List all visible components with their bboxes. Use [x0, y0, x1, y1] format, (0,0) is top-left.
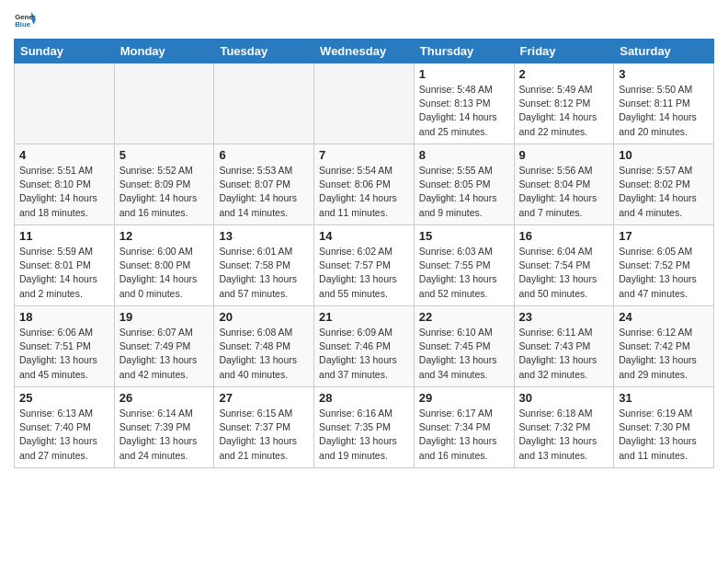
calendar-cell: 28Sunrise: 6:16 AM Sunset: 7:35 PM Dayli… — [314, 387, 415, 468]
day-info: Sunrise: 5:52 AM Sunset: 8:09 PM Dayligh… — [119, 164, 210, 220]
calendar-week-row: 18Sunrise: 6:06 AM Sunset: 7:51 PM Dayli… — [15, 306, 714, 387]
day-info: Sunrise: 6:07 AM Sunset: 7:49 PM Dayligh… — [119, 326, 210, 382]
calendar-cell: 10Sunrise: 5:57 AM Sunset: 8:02 PM Dayli… — [614, 144, 714, 225]
calendar-cell: 14Sunrise: 6:02 AM Sunset: 7:57 PM Dayli… — [314, 225, 415, 306]
day-info: Sunrise: 6:11 AM Sunset: 7:43 PM Dayligh… — [519, 326, 609, 382]
weekday-header-sunday: Sunday — [15, 40, 115, 63]
day-number: 27 — [219, 391, 309, 405]
day-number: 14 — [319, 229, 409, 243]
day-info: Sunrise: 6:04 AM Sunset: 7:54 PM Dayligh… — [519, 245, 609, 301]
day-number: 5 — [119, 148, 210, 162]
day-number: 24 — [619, 310, 709, 324]
calendar-week-row: 25Sunrise: 6:13 AM Sunset: 7:40 PM Dayli… — [15, 387, 714, 468]
day-number: 1 — [419, 67, 509, 81]
day-number: 4 — [19, 148, 109, 162]
day-info: Sunrise: 5:53 AM Sunset: 8:07 PM Dayligh… — [219, 164, 309, 220]
calendar-cell: 9Sunrise: 5:56 AM Sunset: 8:04 PM Daylig… — [514, 144, 614, 225]
calendar-cell: 21Sunrise: 6:09 AM Sunset: 7:46 PM Dayli… — [314, 306, 415, 387]
calendar-cell: 12Sunrise: 6:00 AM Sunset: 8:00 PM Dayli… — [114, 225, 214, 306]
calendar-cell: 8Sunrise: 5:55 AM Sunset: 8:05 PM Daylig… — [414, 144, 514, 225]
day-number: 21 — [319, 310, 409, 324]
day-info: Sunrise: 5:56 AM Sunset: 8:04 PM Dayligh… — [519, 164, 609, 220]
day-number: 28 — [319, 391, 409, 405]
day-number: 7 — [319, 148, 409, 162]
day-number: 31 — [619, 391, 709, 405]
calendar-week-row: 11Sunrise: 5:59 AM Sunset: 8:01 PM Dayli… — [15, 225, 714, 306]
day-info: Sunrise: 6:14 AM Sunset: 7:39 PM Dayligh… — [119, 407, 210, 463]
day-number: 12 — [119, 229, 210, 243]
weekday-header-friday: Friday — [514, 40, 614, 63]
day-info: Sunrise: 6:12 AM Sunset: 7:42 PM Dayligh… — [619, 326, 709, 382]
calendar-cell: 17Sunrise: 6:05 AM Sunset: 7:52 PM Dayli… — [614, 225, 714, 306]
day-info: Sunrise: 6:00 AM Sunset: 8:00 PM Dayligh… — [119, 245, 210, 301]
weekday-header-row: SundayMondayTuesdayWednesdayThursdayFrid… — [15, 40, 714, 63]
day-number: 19 — [119, 310, 210, 324]
day-info: Sunrise: 6:17 AM Sunset: 7:34 PM Dayligh… — [419, 407, 509, 463]
weekday-header-monday: Monday — [114, 40, 214, 63]
calendar-cell: 24Sunrise: 6:12 AM Sunset: 7:42 PM Dayli… — [614, 306, 714, 387]
calendar-cell: 25Sunrise: 6:13 AM Sunset: 7:40 PM Dayli… — [15, 387, 115, 468]
calendar-cell: 13Sunrise: 6:01 AM Sunset: 7:58 PM Dayli… — [214, 225, 314, 306]
day-info: Sunrise: 6:05 AM Sunset: 7:52 PM Dayligh… — [619, 245, 709, 301]
weekday-header-thursday: Thursday — [414, 40, 514, 63]
calendar-cell: 20Sunrise: 6:08 AM Sunset: 7:48 PM Dayli… — [214, 306, 314, 387]
calendar-cell: 31Sunrise: 6:19 AM Sunset: 7:30 PM Dayli… — [614, 387, 714, 468]
day-info: Sunrise: 5:51 AM Sunset: 8:10 PM Dayligh… — [19, 164, 109, 220]
day-number: 29 — [419, 391, 509, 405]
calendar-cell — [15, 63, 115, 144]
day-info: Sunrise: 5:48 AM Sunset: 8:13 PM Dayligh… — [419, 83, 509, 139]
svg-marker-3 — [31, 19, 36, 25]
day-info: Sunrise: 5:50 AM Sunset: 8:11 PM Dayligh… — [619, 83, 709, 139]
day-number: 23 — [519, 310, 609, 324]
day-number: 22 — [419, 310, 509, 324]
day-info: Sunrise: 5:57 AM Sunset: 8:02 PM Dayligh… — [619, 164, 709, 220]
day-number: 13 — [219, 229, 309, 243]
day-number: 25 — [19, 391, 109, 405]
day-info: Sunrise: 6:19 AM Sunset: 7:30 PM Dayligh… — [619, 407, 709, 463]
day-number: 10 — [619, 148, 709, 162]
calendar-cell: 5Sunrise: 5:52 AM Sunset: 8:09 PM Daylig… — [114, 144, 214, 225]
day-number: 16 — [519, 229, 609, 243]
day-info: Sunrise: 6:08 AM Sunset: 7:48 PM Dayligh… — [219, 326, 309, 382]
day-info: Sunrise: 5:54 AM Sunset: 8:06 PM Dayligh… — [319, 164, 409, 220]
day-info: Sunrise: 6:06 AM Sunset: 7:51 PM Dayligh… — [19, 326, 109, 382]
day-info: Sunrise: 6:01 AM Sunset: 7:58 PM Dayligh… — [219, 245, 309, 301]
calendar-cell: 16Sunrise: 6:04 AM Sunset: 7:54 PM Dayli… — [514, 225, 614, 306]
day-info: Sunrise: 6:10 AM Sunset: 7:45 PM Dayligh… — [419, 326, 509, 382]
day-number: 6 — [219, 148, 309, 162]
day-info: Sunrise: 5:55 AM Sunset: 8:05 PM Dayligh… — [419, 164, 509, 220]
calendar-cell — [114, 63, 214, 144]
calendar-cell: 11Sunrise: 5:59 AM Sunset: 8:01 PM Dayli… — [15, 225, 115, 306]
day-info: Sunrise: 6:03 AM Sunset: 7:55 PM Dayligh… — [419, 245, 509, 301]
calendar-cell: 23Sunrise: 6:11 AM Sunset: 7:43 PM Dayli… — [514, 306, 614, 387]
calendar-cell: 7Sunrise: 5:54 AM Sunset: 8:06 PM Daylig… — [314, 144, 415, 225]
calendar-cell — [314, 63, 415, 144]
calendar-cell: 3Sunrise: 5:50 AM Sunset: 8:11 PM Daylig… — [614, 63, 714, 144]
calendar-cell: 6Sunrise: 5:53 AM Sunset: 8:07 PM Daylig… — [214, 144, 314, 225]
calendar-cell: 1Sunrise: 5:48 AM Sunset: 8:13 PM Daylig… — [414, 63, 514, 144]
calendar-cell: 30Sunrise: 6:18 AM Sunset: 7:32 PM Dayli… — [514, 387, 614, 468]
logo: General Blue — [14, 9, 40, 31]
day-number: 26 — [119, 391, 210, 405]
day-info: Sunrise: 5:59 AM Sunset: 8:01 PM Dayligh… — [19, 245, 109, 301]
calendar-week-row: 4Sunrise: 5:51 AM Sunset: 8:10 PM Daylig… — [15, 144, 714, 225]
day-info: Sunrise: 5:49 AM Sunset: 8:12 PM Dayligh… — [519, 83, 609, 139]
calendar-cell: 2Sunrise: 5:49 AM Sunset: 8:12 PM Daylig… — [514, 63, 614, 144]
day-number: 17 — [619, 229, 709, 243]
svg-text:Blue: Blue — [15, 20, 31, 29]
calendar-cell: 18Sunrise: 6:06 AM Sunset: 7:51 PM Dayli… — [15, 306, 115, 387]
calendar-cell: 4Sunrise: 5:51 AM Sunset: 8:10 PM Daylig… — [15, 144, 115, 225]
day-info: Sunrise: 6:13 AM Sunset: 7:40 PM Dayligh… — [19, 407, 109, 463]
day-number: 11 — [19, 229, 109, 243]
day-info: Sunrise: 6:02 AM Sunset: 7:57 PM Dayligh… — [319, 245, 409, 301]
day-info: Sunrise: 6:16 AM Sunset: 7:35 PM Dayligh… — [319, 407, 409, 463]
calendar-cell: 26Sunrise: 6:14 AM Sunset: 7:39 PM Dayli… — [114, 387, 214, 468]
weekday-header-wednesday: Wednesday — [314, 40, 415, 63]
calendar-cell: 22Sunrise: 6:10 AM Sunset: 7:45 PM Dayli… — [414, 306, 514, 387]
day-info: Sunrise: 6:18 AM Sunset: 7:32 PM Dayligh… — [519, 407, 609, 463]
calendar-cell: 29Sunrise: 6:17 AM Sunset: 7:34 PM Dayli… — [414, 387, 514, 468]
calendar-week-row: 1Sunrise: 5:48 AM Sunset: 8:13 PM Daylig… — [15, 63, 714, 144]
day-number: 18 — [19, 310, 109, 324]
weekday-header-tuesday: Tuesday — [214, 40, 314, 63]
calendar-cell — [214, 63, 314, 144]
